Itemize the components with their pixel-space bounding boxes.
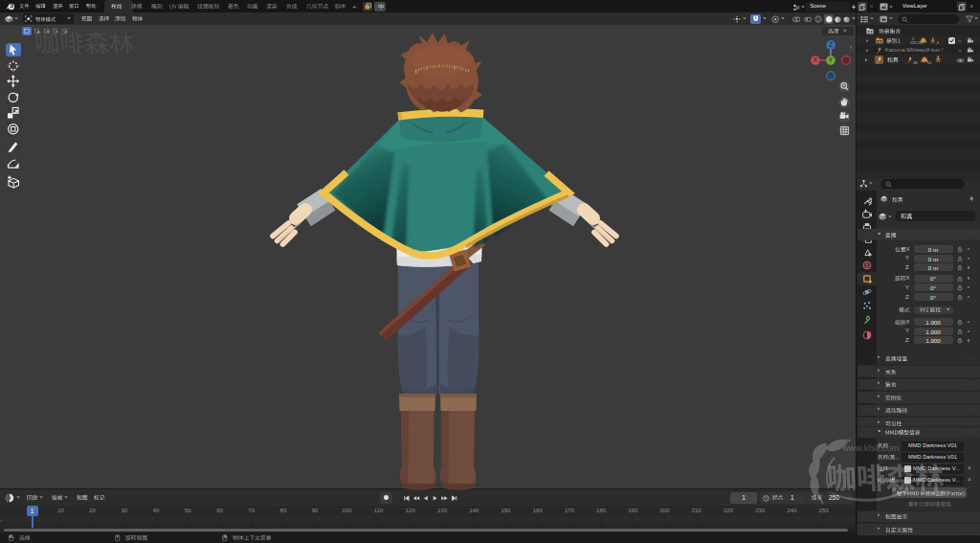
svg-text:Y: Y xyxy=(829,57,834,63)
svg-text:www.kfsll.com: www.kfsll.com xyxy=(841,442,900,453)
svg-text:Z: Z xyxy=(829,41,833,48)
svg-text:X: X xyxy=(813,57,818,63)
